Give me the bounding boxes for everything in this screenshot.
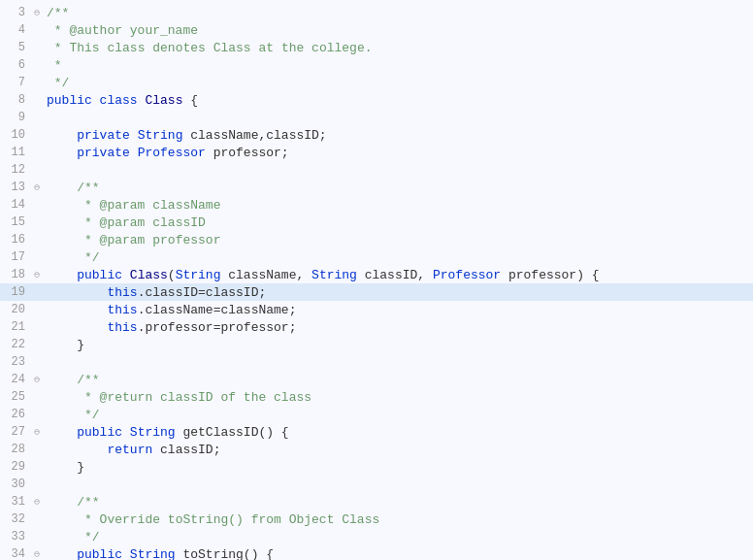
code-content: public String toString() { — [43, 547, 753, 561]
code-content: public class Class { — [43, 93, 753, 108]
token — [47, 128, 77, 143]
token: Professor — [138, 146, 213, 160]
line-number: 4 — [0, 23, 31, 37]
line-number: 19 — [0, 285, 31, 299]
token: public — [47, 93, 100, 108]
code-line-33: 33 */ — [0, 528, 753, 545]
token — [47, 512, 84, 527]
token: .professor=professor; — [138, 320, 297, 335]
code-content: } — [43, 460, 753, 475]
token: class denotes — [100, 41, 213, 55]
line-number: 21 — [0, 320, 31, 334]
token: Professor — [433, 268, 508, 282]
code-line-34: 34⊖ public String toString() { — [0, 545, 753, 560]
token: .classID=classID; — [138, 285, 267, 300]
code-content: * @author your_name — [43, 23, 753, 38]
token: public — [77, 547, 130, 561]
token: * @param className — [84, 198, 220, 213]
code-content: public String getClassID() { — [43, 425, 753, 440]
token: * @param professor — [84, 233, 220, 247]
code-content: this.classID=classID; — [43, 285, 753, 300]
code-content: * This class denotes Class at the colleg… — [43, 41, 753, 55]
token — [47, 215, 84, 230]
token — [47, 530, 84, 544]
code-content: private String className,classID; — [43, 128, 753, 143]
fold-icon[interactable]: ⊖ — [31, 374, 43, 385]
token: professor) { — [508, 268, 600, 282]
code-line-5: 5 * This class denotes Class at the coll… — [0, 39, 753, 56]
token: className,classID; — [190, 128, 326, 143]
token — [47, 408, 84, 422]
line-number: 23 — [0, 355, 31, 369]
line-number: 7 — [0, 76, 31, 89]
line-number: 33 — [0, 530, 31, 544]
token — [47, 495, 77, 510]
code-line-22: 22 } — [0, 336, 753, 353]
fold-icon[interactable]: ⊖ — [31, 7, 43, 18]
token — [47, 268, 77, 282]
code-line-7: 7 */ — [0, 74, 753, 91]
token: toString() { — [182, 547, 274, 561]
code-content: private Professor professor; — [43, 146, 753, 160]
code-line-15: 15 * @param classID — [0, 214, 753, 231]
line-number: 15 — [0, 215, 31, 229]
fold-icon[interactable]: ⊖ — [31, 426, 43, 438]
line-number: 26 — [0, 408, 31, 421]
token: */ — [84, 530, 100, 544]
code-line-12: 12 — [0, 161, 753, 179]
code-content: */ — [43, 76, 753, 90]
line-number: 29 — [0, 460, 31, 474]
token: public — [77, 425, 130, 440]
line-number: 10 — [0, 128, 31, 142]
token: String — [130, 425, 183, 440]
code-content: /** — [43, 6, 753, 20]
token: * Override toString() from Object Class — [84, 512, 379, 527]
line-number: 32 — [0, 512, 31, 526]
token: .className=className; — [138, 303, 297, 317]
code-line-3: 3⊖/** — [0, 4, 753, 21]
token: public — [77, 268, 130, 282]
token: this — [107, 303, 137, 317]
code-line-26: 26 */ — [0, 406, 753, 423]
token: This — [69, 41, 99, 55]
token — [47, 547, 77, 561]
code-content: */ — [43, 408, 753, 422]
code-line-4: 4 * @author your_name — [0, 21, 753, 39]
code-content: public Class(String className, String cl… — [43, 268, 753, 282]
code-content: /** — [43, 495, 753, 510]
token: String — [130, 547, 183, 561]
code-line-27: 27⊖ public String getClassID() { — [0, 423, 753, 441]
line-number: 25 — [0, 390, 31, 404]
code-content: /** — [43, 373, 753, 387]
line-number: 12 — [0, 163, 31, 177]
token — [47, 303, 107, 317]
token — [47, 373, 77, 387]
fold-icon[interactable]: ⊖ — [31, 181, 43, 193]
token: */ — [84, 250, 100, 265]
line-number: 11 — [0, 146, 31, 159]
token — [47, 390, 84, 405]
code-content: this.className=className; — [43, 303, 753, 317]
fold-icon[interactable]: ⊖ — [31, 548, 43, 560]
fold-icon[interactable]: ⊖ — [31, 269, 43, 280]
code-content: /** — [43, 181, 753, 195]
code-content: * @return classID of the class — [43, 390, 753, 405]
line-number: 27 — [0, 425, 31, 439]
fold-icon[interactable]: ⊖ — [31, 496, 43, 508]
code-content: */ — [43, 530, 753, 544]
token: * @author your_name — [47, 23, 198, 38]
code-line-16: 16 * @param professor — [0, 231, 753, 248]
token: /** — [77, 495, 99, 510]
token: className, — [228, 268, 311, 282]
code-content: * @param className — [43, 198, 753, 213]
code-line-14: 14 * @param className — [0, 196, 753, 214]
line-number: 14 — [0, 198, 31, 212]
code-content: * @param professor — [43, 233, 753, 247]
token — [47, 181, 77, 195]
token: class — [100, 93, 146, 108]
line-number: 28 — [0, 443, 31, 456]
code-line-21: 21 this.professor=professor; — [0, 318, 753, 336]
code-line-9: 9 — [0, 109, 753, 126]
line-number: 8 — [0, 93, 31, 107]
token — [47, 233, 84, 247]
